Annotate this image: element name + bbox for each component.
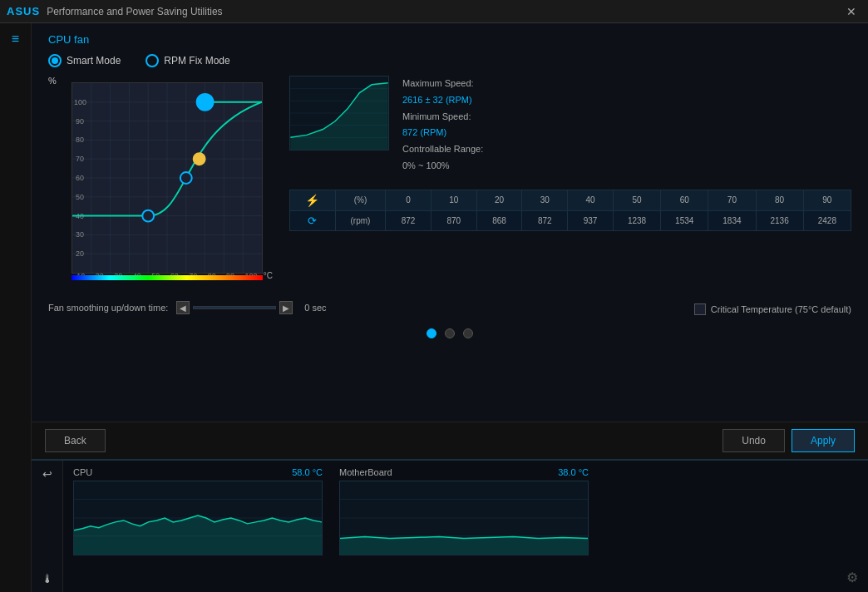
crit-temp-label: Critical Temperature (75°C default) — [711, 304, 851, 314]
smoothing-label: Fan smoothing up/down time: — [48, 303, 168, 313]
rpm-label: (rpm) — [335, 210, 385, 230]
slider-container: ◀ ▶ — [176, 301, 293, 314]
title-bar: ASUS Performance and Power Saving Utilit… — [0, 0, 868, 23]
motherboard-name: MotherBoard — [339, 467, 392, 477]
chart-canvas[interactable]: 100 90 80 70 60 50 40 30 20 — [72, 82, 263, 274]
rpm-icon-cell: ⟳ — [290, 210, 336, 230]
motherboard-monitor: MotherBoard 38.0 °C — [339, 467, 589, 585]
control-point-max[interactable] — [197, 94, 214, 111]
fan-curve-chart[interactable]: % — [48, 76, 273, 292]
menu-icon[interactable]: ≡ — [12, 32, 19, 47]
bottom-strip: ↩ 🌡 CPU 58.0 °C — [32, 459, 868, 592]
sidebar: ≡ — [0, 23, 32, 592]
cpu-name: CPU — [73, 467, 92, 477]
pagination-dot-3[interactable] — [463, 328, 473, 338]
motherboard-graph-svg — [340, 481, 588, 555]
smart-mode-indicator — [48, 54, 62, 67]
svg-text:20: 20 — [76, 249, 84, 258]
temp-monitors: CPU 58.0 °C — [73, 467, 826, 585]
chart-svg: 100 90 80 70 60 50 40 30 20 — [72, 83, 262, 273]
rpm-fix-mode-indicator — [145, 54, 159, 67]
mode-row: Smart Mode RPM Fix Mode — [48, 54, 851, 67]
bottom-main: CPU 58.0 °C — [63, 461, 836, 592]
fan-speed-preview — [289, 76, 389, 150]
max-speed-value: 2616 ± 32 (RPM) — [402, 92, 483, 109]
crit-temp-checkbox[interactable] — [694, 303, 706, 315]
svg-text:50: 50 — [76, 193, 84, 201]
control-point-3[interactable] — [194, 153, 205, 165]
slider-decrease-button[interactable]: ◀ — [176, 301, 190, 314]
cpu-value: 58.0 °C — [292, 467, 323, 477]
crit-temp-container: Critical Temperature (75°C default) — [694, 300, 851, 315]
crit-temp-row: Critical Temperature (75°C default) — [694, 303, 851, 315]
content-area: CPU fan Smart Mode RPM Fix Mode % — [32, 23, 868, 592]
cpu-monitor: CPU 58.0 °C — [73, 467, 323, 585]
temp-monitor-icon: 🌡 — [42, 572, 53, 585]
lightning-icon: ⚡ — [305, 194, 319, 207]
close-button[interactable]: ✕ — [841, 3, 861, 20]
smoothing-value: 0 sec — [304, 303, 326, 313]
rpm-table: ⚡ (%) 0 10 20 30 40 50 60 70 — [289, 190, 851, 231]
bottom-sidebar: ↩ 🌡 — [32, 461, 63, 592]
svg-text:90: 90 — [76, 117, 84, 126]
svg-text:60: 60 — [76, 174, 84, 182]
action-bar: Back Undo Apply — [32, 422, 868, 459]
percent-icon-cell: ⚡ — [290, 190, 336, 210]
asus-logo: ASUS — [7, 5, 40, 17]
fan-icon: ⟳ — [308, 215, 317, 227]
motherboard-value: 38.0 °C — [558, 467, 589, 477]
fan-stats: Maximum Speed: 2616 ± 32 (RPM) Minimum S… — [402, 76, 483, 175]
action-bar-left: Back — [45, 429, 106, 452]
bottom-right-panel: ⚙ — [836, 461, 868, 592]
svg-text:100: 100 — [74, 98, 86, 106]
title-text: Performance and Power Saving Utilities — [47, 6, 222, 17]
section-title: CPU fan — [48, 33, 851, 46]
min-speed-value: 872 (RPM) — [402, 125, 483, 141]
svg-text:70: 70 — [76, 155, 84, 163]
rpm-fix-mode-radio[interactable]: RPM Fix Mode — [145, 54, 229, 67]
back-button[interactable]: Back — [45, 429, 106, 452]
percent-row: ⚡ (%) 0 10 20 30 40 50 60 70 — [290, 190, 851, 210]
main-layout: ≡ CPU fan Smart Mode RPM Fix Mode — [0, 23, 868, 592]
slider-increase-button[interactable]: ▶ — [279, 301, 293, 314]
chart-info-row: % — [48, 76, 851, 292]
smoothing-row: Fan smoothing up/down time: ◀ ▶ 0 sec Cr… — [48, 300, 851, 315]
rpm-fix-mode-label: RPM Fix Mode — [164, 55, 229, 67]
rpm-row: ⟳ (rpm) 872 870 868 872 937 1238 1534 1 — [290, 210, 851, 230]
smart-mode-label: Smart Mode — [67, 55, 121, 67]
svg-text:30: 30 — [76, 230, 84, 239]
action-bar-right: Undo Apply — [112, 429, 855, 452]
smart-mode-radio[interactable]: Smart Mode — [48, 54, 121, 67]
pagination-dot-1[interactable] — [427, 328, 436, 338]
slider-track[interactable] — [193, 306, 276, 309]
motherboard-graph — [339, 481, 589, 555]
cpu-graph — [73, 481, 323, 555]
top-section: CPU fan Smart Mode RPM Fix Mode % — [32, 23, 868, 422]
settings-icon[interactable]: ⚙ — [846, 570, 858, 585]
min-speed-label: Minimum Speed: — [402, 109, 483, 126]
percent-label: (%) — [335, 190, 385, 210]
cpu-graph-svg — [74, 481, 322, 555]
motherboard-monitor-header: MotherBoard 38.0 °C — [339, 467, 589, 477]
chart-y-label: % — [48, 76, 57, 86]
title-bar-left: ASUS Performance and Power Saving Utilit… — [7, 5, 223, 17]
preview-chart-svg — [290, 76, 388, 150]
celsius-label: °C — [264, 271, 273, 280]
svg-text:80: 80 — [76, 136, 84, 144]
max-speed-label: Maximum Speed: — [402, 76, 483, 92]
control-point-2[interactable] — [180, 172, 192, 184]
temperature-color-bar — [72, 275, 263, 280]
controllable-label: Controllable Range: — [402, 141, 483, 158]
apply-button[interactable]: Apply — [792, 429, 855, 452]
undo-button[interactable]: Undo — [723, 429, 785, 452]
back-icon[interactable]: ↩ — [42, 467, 52, 481]
cpu-monitor-header: CPU 58.0 °C — [73, 467, 323, 477]
right-panel: Maximum Speed: 2616 ± 32 (RPM) Minimum S… — [289, 76, 851, 231]
pagination-dot-2[interactable] — [445, 328, 455, 338]
pagination-row — [48, 322, 851, 345]
rpm-table-wrapper: ⚡ (%) 0 10 20 30 40 50 60 70 — [289, 190, 851, 231]
control-point-1[interactable] — [142, 210, 154, 222]
preview-stats-row: Maximum Speed: 2616 ± 32 (RPM) Minimum S… — [289, 76, 851, 175]
controllable-value: 0% ~ 100% — [402, 158, 483, 175]
